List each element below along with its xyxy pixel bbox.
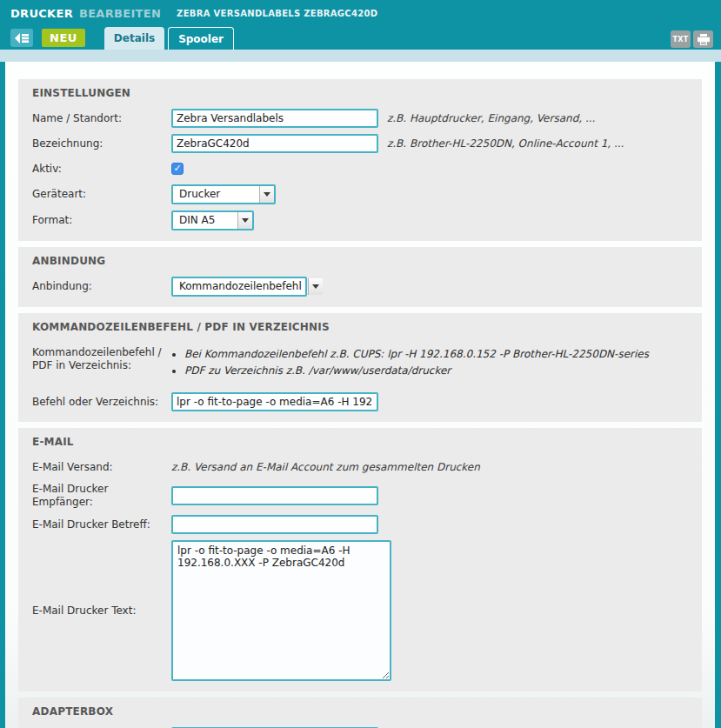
section-adapterbox-title: ADAPTERBOX <box>18 705 702 718</box>
print-button[interactable] <box>693 30 713 48</box>
drucker-bearbeiten-page: DRUCKER BEARBEITEN ZEBRA VERSANDLABELS Z… <box>0 0 721 728</box>
chevron-down-icon <box>264 192 270 197</box>
format-select[interactable]: DIN A5 <box>171 210 254 230</box>
tab-spooler[interactable]: Spooler <box>168 27 234 50</box>
geraeteart-select[interactable]: Drucker <box>171 184 276 204</box>
page-subtitle: BEARBEITEN <box>79 7 161 20</box>
tab-details[interactable]: Details <box>104 27 164 50</box>
chevron-down-icon <box>242 218 249 223</box>
bezeichnung-input[interactable] <box>171 134 378 153</box>
row-email-empfaenger: E-Mail Drucker Empfänger: <box>18 483 702 509</box>
kommando-info-label-line2: PDF in Verzeichnis: <box>32 359 171 372</box>
email-versand-label: E-Mail Versand: <box>18 461 171 474</box>
row-format: Format: DIN A5 <box>18 210 702 230</box>
befehl-label: Befehl oder Verzeichnis: <box>18 396 171 409</box>
format-dropdown-button[interactable] <box>237 212 252 229</box>
name-standort-input[interactable] <box>171 109 378 128</box>
geraeteart-selected-value: Drucker <box>173 186 259 203</box>
chevron-down-icon <box>312 284 319 289</box>
section-einstellungen: EINSTELLUNGEN Name / Standort: z.B. Haup… <box>18 79 702 241</box>
email-empfaenger-label: E-Mail Drucker Empfänger: <box>18 483 171 509</box>
geraeteart-dropdown-button[interactable] <box>259 186 274 203</box>
section-einstellungen-title: EINSTELLUNGEN <box>18 87 702 99</box>
format-label: Format: <box>18 214 171 227</box>
page-title: DRUCKER <box>10 7 73 20</box>
section-kommandozeilenbefehl: KOMMANDOZEILENBEFEHL / PDF IN VERZEICHNI… <box>18 313 702 422</box>
record-context-label: ZEBRA VERSANDLABELS ZEBRAGC420D <box>177 9 377 18</box>
row-kommando-info: Kommandozeilenbefehl / PDF in Verzeichni… <box>18 346 702 381</box>
txt-icon: TXT <box>673 36 689 43</box>
kommando-hint-list: Bei Kommandozeilenbefehl z.B. CUPS: lpr … <box>171 348 649 381</box>
main-content: EINSTELLUNGEN Name / Standort: z.B. Haup… <box>0 62 721 728</box>
befehl-input[interactable] <box>171 392 378 411</box>
section-anbindung-title: ANBINDUNG <box>18 255 702 267</box>
bezeichnung-hint: z.B. Brother-HL-2250DN, Online-Account 1… <box>387 137 624 150</box>
row-aktiv: Aktiv: ✓ <box>18 159 702 178</box>
row-name-standort: Name / Standort: z.B. Hauptdrucker, Eing… <box>18 109 702 128</box>
kommando-info-label-line1: Kommandozeilenbefehl / <box>32 346 171 359</box>
kommando-info-label: Kommandozeilenbefehl / PDF in Verzeichni… <box>18 346 171 372</box>
checkmark-icon: ✓ <box>173 164 181 173</box>
aktiv-checkbox[interactable]: ✓ <box>171 163 184 175</box>
tab-underline-strip <box>0 50 721 62</box>
row-bezeichnung: Bezeichnung: z.B. Brother-HL-2250DN, Onl… <box>18 134 702 153</box>
section-email-title: E-MAIL <box>18 436 702 448</box>
section-adapterbox: ADAPTERBOX Seriennummer: <box>18 698 702 728</box>
row-befehl: Befehl oder Verzeichnis: <box>18 392 702 411</box>
name-standort-hint: z.B. Hauptdrucker, Eingang, Versand, ... <box>387 112 595 124</box>
email-versand-hint: z.B. Versand an E-Mail Account zum gesam… <box>171 461 480 473</box>
anbindung-selected-value: Kommandozeilenbefehl <box>173 278 308 295</box>
section-email: E-MAIL E-Mail Versand: z.B. Versand an E… <box>18 428 702 691</box>
bezeichnung-label: Bezeichnung: <box>18 137 171 150</box>
name-standort-label: Name / Standort: <box>18 112 171 125</box>
geraeteart-label: Geräteart: <box>18 188 171 201</box>
row-email-text: E-Mail Drucker Text: lpr -o fit-to-page … <box>18 540 702 681</box>
email-empfaenger-input[interactable] <box>171 486 378 505</box>
email-betreff-label: E-Mail Drucker Betreff: <box>18 518 171 531</box>
neu-button[interactable]: NEU <box>42 29 85 47</box>
aktiv-label: Aktiv: <box>18 163 171 176</box>
anbindung-label: Anbindung: <box>18 280 171 293</box>
header-bar: DRUCKER BEARBEITEN ZEBRA VERSANDLABELS Z… <box>0 0 721 26</box>
row-email-versand: E-Mail Versand: z.B. Versand an E-Mail A… <box>18 458 702 477</box>
section-kommandozeilenbefehl-title: KOMMANDOZEILENBEFEHL / PDF IN VERZEICHNI… <box>18 321 702 333</box>
row-geraeteart: Geräteart: Drucker <box>18 184 702 204</box>
kommando-hint-item: PDF zu Verzeichnis z.B. /var/www/userdat… <box>184 364 649 377</box>
toolbar: NEU Details Spooler TXT <box>0 26 721 50</box>
email-text-textarea[interactable]: lpr -o fit-to-page -o media=A6 -H 192.16… <box>171 540 391 681</box>
back-to-list-button[interactable] <box>10 29 33 47</box>
section-anbindung: ANBINDUNG Anbindung: Kommandozeilenbefeh… <box>18 247 702 307</box>
format-selected-value: DIN A5 <box>173 212 237 229</box>
row-anbindung: Anbindung: Kommandozeilenbefehl <box>18 277 702 297</box>
anbindung-select[interactable]: Kommandozeilenbefehl <box>171 277 307 297</box>
toolbar-right-icons: TXT <box>671 30 713 48</box>
email-betreff-input[interactable] <box>171 515 378 534</box>
kommando-hint-item: Bei Kommandozeilenbefehl z.B. CUPS: lpr … <box>184 348 649 361</box>
back-list-icon <box>15 33 29 43</box>
txt-export-button[interactable]: TXT <box>671 30 691 48</box>
printer-icon <box>698 34 710 45</box>
email-text-label: E-Mail Drucker Text: <box>18 604 171 618</box>
anbindung-dropdown-button[interactable] <box>308 278 323 295</box>
row-email-betreff: E-Mail Drucker Betreff: <box>18 515 702 534</box>
